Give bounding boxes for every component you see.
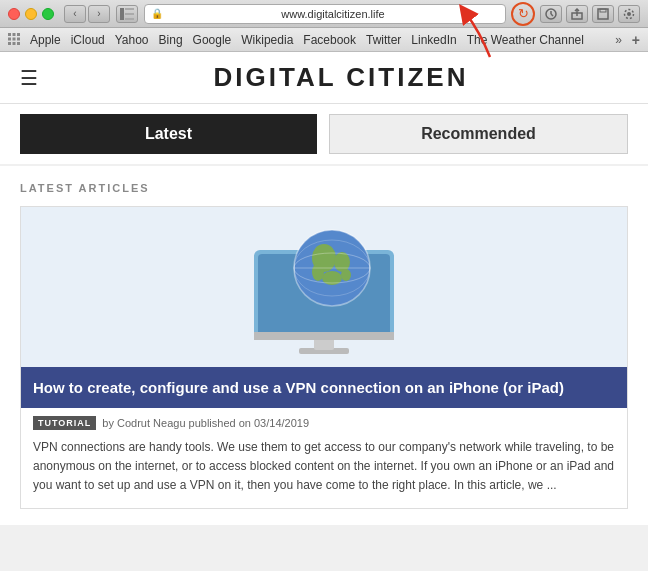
site-title: DIGITAL CITIZEN — [54, 62, 628, 93]
lock-icon: 🔒 — [151, 8, 163, 19]
article-title[interactable]: How to create, configure and use a VPN c… — [21, 367, 627, 408]
svg-rect-36 — [254, 332, 394, 340]
svg-point-11 — [627, 12, 631, 16]
bookmark-weather[interactable]: The Weather Channel — [467, 33, 584, 47]
minimize-button[interactable] — [25, 8, 37, 20]
toolbar-right — [540, 5, 640, 23]
history-button[interactable] — [540, 5, 562, 23]
tab-recommended[interactable]: Recommended — [329, 114, 628, 154]
site-main: LATEST ARTICLES — [0, 166, 648, 525]
bookmark-bing[interactable]: Bing — [159, 33, 183, 47]
article-excerpt: VPN connections are handy tools. We use … — [21, 434, 627, 508]
svg-line-6 — [551, 14, 553, 16]
hamburger-menu[interactable]: ☰ — [20, 66, 38, 90]
bookmark-yahoo[interactable]: Yahoo — [115, 33, 149, 47]
bookmark-icloud[interactable]: iCloud — [71, 33, 105, 47]
bookmark-google[interactable]: Google — [193, 33, 232, 47]
bookmarks-more-button[interactable]: » — [615, 33, 622, 47]
svg-rect-18 — [17, 37, 20, 40]
svg-rect-3 — [125, 18, 134, 20]
share-button[interactable] — [566, 5, 588, 23]
svg-rect-17 — [13, 37, 16, 40]
svg-rect-16 — [8, 37, 11, 40]
tab-latest[interactable]: Latest — [20, 114, 317, 154]
article-card[interactable]: How to create, configure and use a VPN c… — [20, 206, 628, 509]
tutorial-badge: TUTORIAL — [33, 416, 96, 430]
svg-rect-1 — [125, 8, 134, 10]
browser-content: ☰ DIGITAL CITIZEN Latest Recommended LAT… — [0, 52, 648, 571]
svg-point-31 — [341, 269, 351, 281]
maximize-button[interactable] — [42, 8, 54, 20]
title-bar: ‹ › 🔒 www.digitalcitizen.life ↻ — [0, 0, 648, 28]
article-meta-text: by Codrut Neagu published on 03/14/2019 — [102, 417, 309, 429]
traffic-lights — [8, 8, 54, 20]
nav-arrows: ‹ › — [64, 5, 110, 23]
settings-button[interactable] — [618, 5, 640, 23]
back-button[interactable]: ‹ — [64, 5, 86, 23]
address-text: www.digitalcitizen.life — [167, 8, 499, 20]
bookmark-twitter[interactable]: Twitter — [366, 33, 401, 47]
article-image — [21, 207, 627, 367]
svg-rect-0 — [120, 8, 124, 20]
bookmarks-bar: Apple iCloud Yahoo Bing Google Wikipedia… — [0, 28, 648, 52]
svg-rect-14 — [13, 33, 16, 36]
svg-rect-20 — [13, 42, 16, 45]
svg-point-28 — [334, 252, 350, 272]
address-bar[interactable]: 🔒 www.digitalcitizen.life ↻ — [144, 4, 506, 24]
close-button[interactable] — [8, 8, 20, 20]
reload-button[interactable]: ↻ — [511, 2, 535, 26]
new-tab-button[interactable] — [592, 5, 614, 23]
forward-button[interactable]: › — [88, 5, 110, 23]
svg-rect-10 — [600, 9, 606, 12]
svg-rect-21 — [17, 42, 20, 45]
bookmarks-grid-icon[interactable] — [8, 33, 20, 47]
svg-point-30 — [312, 263, 324, 281]
bookmark-facebook[interactable]: Facebook — [303, 33, 356, 47]
bookmark-linkedin[interactable]: LinkedIn — [411, 33, 456, 47]
article-meta: TUTORIAL by Codrut Neagu published on 03… — [21, 408, 627, 434]
svg-rect-15 — [17, 33, 20, 36]
svg-rect-2 — [125, 13, 134, 15]
sidebar-button[interactable] — [116, 5, 138, 23]
site-header: ☰ DIGITAL CITIZEN — [0, 52, 648, 104]
bookmark-apple[interactable]: Apple — [30, 33, 61, 47]
svg-rect-19 — [8, 42, 11, 45]
site-nav-tabs: Latest Recommended — [0, 104, 648, 166]
bookmarks-add-button[interactable]: + — [632, 32, 640, 48]
section-label: LATEST ARTICLES — [20, 182, 628, 194]
svg-rect-13 — [8, 33, 11, 36]
bookmark-wikipedia[interactable]: Wikipedia — [241, 33, 293, 47]
